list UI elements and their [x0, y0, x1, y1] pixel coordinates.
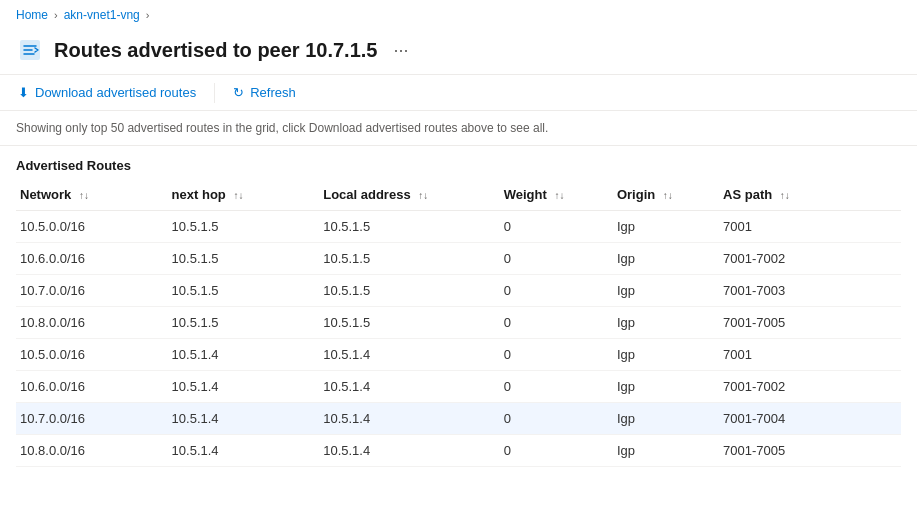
- cell-localaddr: 10.5.1.4: [319, 371, 499, 403]
- cell-weight: 0: [500, 403, 613, 435]
- cell-aspath: 7001-7005: [719, 435, 901, 467]
- cell-network: 10.5.0.0/16: [16, 339, 168, 371]
- col-nexthop-sort-icon: ↑↓: [233, 190, 243, 201]
- col-aspath-sort-icon: ↑↓: [780, 190, 790, 201]
- cell-aspath: 7001: [719, 339, 901, 371]
- col-origin-label: Origin: [617, 187, 655, 202]
- cell-origin: Igp: [613, 307, 719, 339]
- cell-weight: 0: [500, 339, 613, 371]
- cell-nexthop: 10.5.1.4: [168, 371, 320, 403]
- refresh-button[interactable]: ↻ Refresh: [231, 81, 298, 104]
- table-row[interactable]: 10.8.0.0/1610.5.1.410.5.1.40Igp7001-7005: [16, 435, 901, 467]
- cell-nexthop: 10.5.1.5: [168, 307, 320, 339]
- cell-localaddr: 10.5.1.5: [319, 211, 499, 243]
- cell-localaddr: 10.5.1.5: [319, 307, 499, 339]
- col-weight-label: Weight: [504, 187, 547, 202]
- breadcrumb: Home › akn-vnet1-vng ›: [0, 0, 917, 30]
- toolbar-divider: [214, 83, 215, 103]
- col-aspath-label: AS path: [723, 187, 772, 202]
- cell-origin: Igp: [613, 275, 719, 307]
- breadcrumb-sep-2: ›: [146, 9, 150, 21]
- table-row[interactable]: 10.5.0.0/1610.5.1.410.5.1.40Igp7001: [16, 339, 901, 371]
- cell-network: 10.7.0.0/16: [16, 275, 168, 307]
- table-row[interactable]: 10.8.0.0/1610.5.1.510.5.1.50Igp7001-7005: [16, 307, 901, 339]
- cell-nexthop: 10.5.1.5: [168, 243, 320, 275]
- col-network-label: Network: [20, 187, 71, 202]
- refresh-icon: ↻: [233, 85, 244, 100]
- cell-aspath: 7001-7002: [719, 243, 901, 275]
- table-row[interactable]: 10.7.0.0/1610.5.1.410.5.1.40Igp7001-7004: [16, 403, 901, 435]
- cell-aspath: 7001-7004: [719, 403, 901, 435]
- col-origin-sort-icon: ↑↓: [663, 190, 673, 201]
- col-nexthop-label: next hop: [172, 187, 226, 202]
- cell-origin: Igp: [613, 371, 719, 403]
- col-header-nexthop[interactable]: next hop ↑↓: [168, 179, 320, 211]
- cell-aspath: 7001-7003: [719, 275, 901, 307]
- cell-network: 10.6.0.0/16: [16, 243, 168, 275]
- cell-weight: 0: [500, 211, 613, 243]
- cell-localaddr: 10.5.1.4: [319, 339, 499, 371]
- section-title: Advertised Routes: [0, 146, 917, 179]
- table-header-row: Network ↑↓ next hop ↑↓ Local address ↑↓ …: [16, 179, 901, 211]
- table-row[interactable]: 10.6.0.0/1610.5.1.510.5.1.50Igp7001-7002: [16, 243, 901, 275]
- info-bar: Showing only top 50 advertised routes in…: [0, 111, 917, 146]
- page-title: Routes advertised to peer 10.7.1.5: [54, 39, 377, 62]
- cell-localaddr: 10.5.1.4: [319, 435, 499, 467]
- cell-network: 10.8.0.0/16: [16, 435, 168, 467]
- cell-nexthop: 10.5.1.5: [168, 211, 320, 243]
- table-row[interactable]: 10.6.0.0/1610.5.1.410.5.1.40Igp7001-7002: [16, 371, 901, 403]
- page-header: Routes advertised to peer 10.7.1.5 ···: [0, 30, 917, 74]
- col-localaddr-sort-icon: ↑↓: [418, 190, 428, 201]
- col-localaddr-label: Local address: [323, 187, 410, 202]
- col-header-aspath[interactable]: AS path ↑↓: [719, 179, 901, 211]
- cell-network: 10.7.0.0/16: [16, 403, 168, 435]
- cell-aspath: 7001-7002: [719, 371, 901, 403]
- col-header-weight[interactable]: Weight ↑↓: [500, 179, 613, 211]
- cell-aspath: 7001: [719, 211, 901, 243]
- cell-weight: 0: [500, 275, 613, 307]
- table-row[interactable]: 10.5.0.0/1610.5.1.510.5.1.50Igp7001: [16, 211, 901, 243]
- refresh-label: Refresh: [250, 85, 296, 100]
- toolbar: ⬇ Download advertised routes ↻ Refresh: [0, 74, 917, 111]
- download-icon: ⬇: [18, 85, 29, 100]
- cell-localaddr: 10.5.1.5: [319, 275, 499, 307]
- table-row[interactable]: 10.7.0.0/1610.5.1.510.5.1.50Igp7001-7003: [16, 275, 901, 307]
- download-label: Download advertised routes: [35, 85, 196, 100]
- download-button[interactable]: ⬇ Download advertised routes: [16, 81, 198, 104]
- col-network-sort-icon: ↑↓: [79, 190, 89, 201]
- cell-weight: 0: [500, 243, 613, 275]
- cell-weight: 0: [500, 435, 613, 467]
- cell-network: 10.6.0.0/16: [16, 371, 168, 403]
- cell-localaddr: 10.5.1.4: [319, 403, 499, 435]
- breadcrumb-parent[interactable]: akn-vnet1-vng: [64, 8, 140, 22]
- col-header-network[interactable]: Network ↑↓: [16, 179, 168, 211]
- breadcrumb-home[interactable]: Home: [16, 8, 48, 22]
- routes-table: Network ↑↓ next hop ↑↓ Local address ↑↓ …: [16, 179, 901, 467]
- cell-nexthop: 10.5.1.4: [168, 339, 320, 371]
- col-weight-sort-icon: ↑↓: [554, 190, 564, 201]
- col-header-origin[interactable]: Origin ↑↓: [613, 179, 719, 211]
- cell-origin: Igp: [613, 435, 719, 467]
- cell-origin: Igp: [613, 403, 719, 435]
- cell-origin: Igp: [613, 339, 719, 371]
- cell-nexthop: 10.5.1.5: [168, 275, 320, 307]
- page-icon: [16, 36, 44, 64]
- cell-nexthop: 10.5.1.4: [168, 435, 320, 467]
- routes-table-container: Network ↑↓ next hop ↑↓ Local address ↑↓ …: [0, 179, 917, 467]
- cell-network: 10.5.0.0/16: [16, 211, 168, 243]
- cell-nexthop: 10.5.1.4: [168, 403, 320, 435]
- cell-network: 10.8.0.0/16: [16, 307, 168, 339]
- info-text: Showing only top 50 advertised routes in…: [16, 121, 548, 135]
- cell-origin: Igp: [613, 211, 719, 243]
- cell-weight: 0: [500, 307, 613, 339]
- cell-weight: 0: [500, 371, 613, 403]
- cell-aspath: 7001-7005: [719, 307, 901, 339]
- more-options-button[interactable]: ···: [387, 38, 414, 63]
- col-header-localaddr[interactable]: Local address ↑↓: [319, 179, 499, 211]
- breadcrumb-sep-1: ›: [54, 9, 58, 21]
- cell-localaddr: 10.5.1.5: [319, 243, 499, 275]
- cell-origin: Igp: [613, 243, 719, 275]
